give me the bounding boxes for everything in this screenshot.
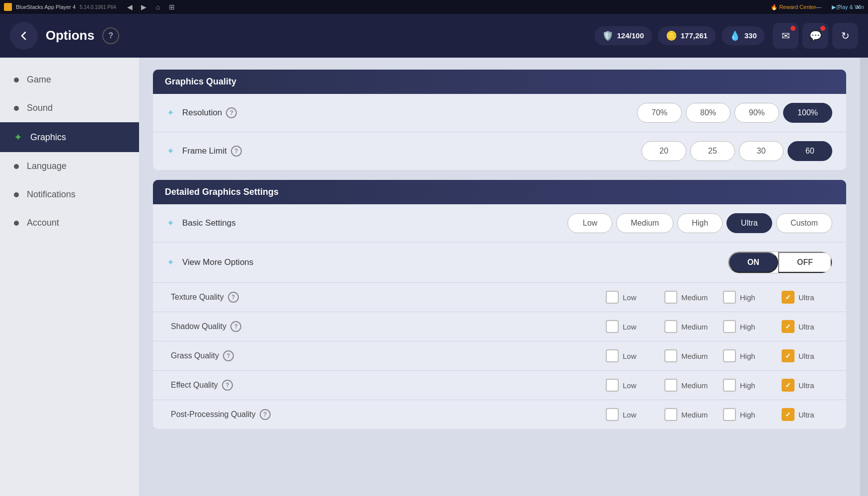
grass-high-label: High — [740, 352, 770, 360]
frame-20[interactable]: 20 — [642, 141, 686, 161]
resolution-help[interactable]: ? — [226, 107, 237, 118]
resolution-80[interactable]: 80% — [686, 103, 730, 123]
refresh-button[interactable]: ↻ — [832, 23, 858, 49]
back-button[interactable] — [10, 22, 38, 50]
effect-high-box — [723, 379, 736, 392]
shadow-low[interactable]: Low — [606, 320, 652, 333]
view-more-off[interactable]: OFF — [778, 252, 832, 273]
sidebar-item-game[interactable]: Game — [0, 66, 139, 94]
texture-medium[interactable]: Medium — [664, 291, 711, 304]
frame-30[interactable]: 30 — [739, 141, 784, 161]
basic-low[interactable]: Low — [568, 213, 612, 233]
window-controls: — □ ✕ — [808, 0, 868, 14]
shadow-ultra-label: Ultra — [798, 323, 828, 331]
view-more-toggle: ON OFF — [728, 251, 832, 273]
effect-low[interactable]: Low — [606, 379, 652, 392]
texture-medium-box — [664, 291, 677, 304]
effect-medium[interactable]: Medium — [664, 379, 711, 392]
game-dot — [14, 78, 19, 83]
sidebar: Game Sound ✦ Graphics Language Notificat… — [0, 58, 139, 496]
nav-forward-btn[interactable]: ▶ — [138, 2, 150, 12]
help-button[interactable]: ? — [102, 27, 119, 44]
texture-quality-options: Low Medium High Ultra — [606, 291, 828, 304]
view-more-on[interactable]: ON — [728, 252, 778, 273]
grass-low[interactable]: Low — [606, 349, 652, 362]
effect-quality-row: Effect Quality ? Low Medium — [153, 371, 846, 400]
shadow-low-label: Low — [623, 323, 652, 331]
graphics-quality-title: Graphics Quality — [165, 77, 236, 86]
shadow-ultra[interactable]: Ultra — [782, 320, 828, 333]
sidebar-item-notifications[interactable]: Notifications — [0, 180, 139, 209]
texture-help[interactable]: ? — [228, 292, 239, 303]
postprocessing-ultra[interactable]: Ultra — [782, 408, 828, 421]
shadow-high-label: High — [740, 323, 770, 331]
shield-stat: 🛡️ 124/100 — [594, 26, 652, 45]
grass-help[interactable]: ? — [223, 350, 234, 361]
grass-medium[interactable]: Medium — [664, 349, 711, 362]
sidebar-item-language[interactable]: Language — [0, 152, 139, 180]
postprocessing-high[interactable]: High — [723, 408, 770, 421]
language-dot — [14, 164, 19, 169]
postprocessing-medium[interactable]: Medium — [664, 408, 711, 421]
mail-button[interactable]: ✉ — [773, 23, 798, 49]
grass-medium-box — [664, 349, 677, 362]
effect-high[interactable]: High — [723, 379, 770, 392]
sidebar-label-notifications: Notifications — [27, 189, 75, 200]
graphics-quality-section: Graphics Quality ✦ Resolution ? 70% 80% … — [153, 70, 846, 170]
nav-back-btn[interactable]: ◀ — [124, 2, 136, 12]
grass-high[interactable]: High — [723, 349, 770, 362]
postprocessing-quality-options: Low Medium High Ultra — [606, 408, 828, 421]
basic-high[interactable]: High — [677, 213, 723, 233]
sidebar-item-account[interactable]: Account — [0, 209, 139, 237]
graphics-quality-body: ✦ Resolution ? 70% 80% 90% 100% ✦ — [153, 94, 846, 170]
shadow-high[interactable]: High — [723, 320, 770, 333]
resolution-100[interactable]: 100% — [783, 103, 832, 123]
effect-ultra[interactable]: Ultra — [782, 379, 828, 392]
chat-button[interactable]: 💬 — [802, 23, 828, 49]
resolution-90[interactable]: 90% — [734, 103, 779, 123]
effect-quality-options: Low Medium High Ultra — [606, 379, 828, 392]
frame-25[interactable]: 25 — [690, 141, 735, 161]
frame-60[interactable]: 60 — [788, 141, 832, 161]
postprocessing-low[interactable]: Low — [606, 408, 652, 421]
detailed-settings-header: Detailed Graphics Settings — [153, 180, 846, 204]
frame-limit-help[interactable]: ? — [231, 146, 242, 157]
grass-quality-row: Grass Quality ? Low Medium — [153, 341, 846, 371]
texture-ultra-label: Ultra — [798, 293, 828, 302]
basic-medium[interactable]: Medium — [616, 213, 673, 233]
shadow-medium[interactable]: Medium — [664, 320, 711, 333]
nav-restore-btn[interactable]: ⊞ — [166, 2, 178, 12]
sidebar-item-graphics[interactable]: ✦ Graphics — [0, 122, 139, 152]
resolution-70[interactable]: 70% — [637, 103, 682, 123]
nav-home-btn[interactable]: ⌂ — [152, 2, 164, 12]
basic-ultra[interactable]: Ultra — [726, 213, 772, 233]
header-actions: ✉ 💬 ↻ — [773, 23, 858, 49]
texture-low-label: Low — [623, 293, 652, 302]
postprocessing-low-label: Low — [623, 411, 652, 419]
right-panel — [860, 58, 868, 496]
sidebar-label-language: Language — [27, 161, 67, 171]
view-more-row: ✦ View More Options ON OFF — [153, 243, 846, 283]
grass-low-label: Low — [623, 352, 652, 360]
basic-settings-options: Low Medium High Ultra Custom — [568, 213, 832, 233]
resolution-label: Resolution ? — [182, 107, 237, 118]
content-area: Graphics Quality ✦ Resolution ? 70% 80% … — [139, 58, 860, 496]
effect-help[interactable]: ? — [222, 380, 233, 391]
sidebar-item-sound[interactable]: Sound — [0, 94, 139, 122]
minimize-btn[interactable]: — — [808, 0, 828, 14]
shadow-help[interactable]: ? — [230, 321, 241, 332]
close-btn[interactable]: ✕ — [848, 0, 868, 14]
basic-custom[interactable]: Custom — [776, 213, 832, 233]
frame-limit-label: Frame Limit ? — [182, 146, 242, 157]
texture-low[interactable]: Low — [606, 291, 652, 304]
shield-value: 124/100 — [617, 31, 644, 40]
texture-high[interactable]: High — [723, 291, 770, 304]
shadow-quality-label: Shadow Quality ? — [171, 321, 320, 332]
effect-high-label: High — [740, 381, 770, 390]
postprocessing-help[interactable]: ? — [260, 409, 271, 420]
effect-ultra-label: Ultra — [798, 381, 828, 390]
maximize-btn[interactable]: □ — [828, 0, 848, 14]
texture-ultra[interactable]: Ultra — [782, 291, 828, 304]
grass-ultra[interactable]: Ultra — [782, 349, 828, 362]
sidebar-label-graphics: Graphics — [30, 132, 66, 143]
